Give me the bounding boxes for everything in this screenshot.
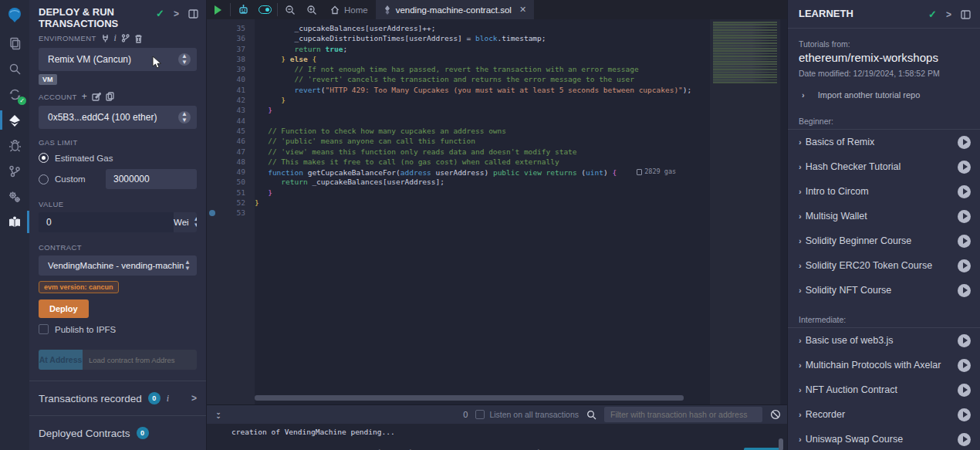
environment-select[interactable]: Remix VM (Cancun) ▲▼ [39,48,197,71]
tutorial-item-intro-to-circom[interactable]: ›Intro to Circom [788,179,980,204]
tutorial-item-recorder[interactable]: ›Recorder [788,402,980,427]
chevron-right-icon[interactable]: › [799,187,802,196]
code-line-35[interactable]: 35 _cupcakeBalances[userAddress]++; [207,23,787,33]
copy-account-icon[interactable] [106,92,114,101]
play-tutorial-icon[interactable] [958,284,971,297]
estimated-gas-option[interactable]: Estimated Gas [39,153,197,163]
tutorial-item-basic-use-of-web3-js[interactable]: ›Basic use of web3.js [788,328,980,353]
search-icon[interactable] [0,56,29,82]
code-line-52[interactable]: 52} [207,198,787,208]
code-line-38[interactable]: 38 } else { [207,54,787,64]
value-unit-select[interactable]: Wei ▲▼ [174,212,197,232]
debugger-icon[interactable] [0,133,29,158]
tutorial-item-basics-of-remix[interactable]: ›Basics of Remix [788,130,980,154]
code-line-39[interactable]: 39 // If not enough time has passed, rev… [207,64,787,74]
code-line-51[interactable]: 51 } [207,188,787,198]
edit-account-icon[interactable] [92,92,101,101]
terminal-search-icon[interactable] [586,410,596,420]
panel-expand-icon[interactable]: > [174,8,179,19]
code-line-43[interactable]: 43 } [207,105,787,115]
value-input[interactable] [39,212,174,232]
chevron-right-icon[interactable]: › [799,360,802,370]
chevron-right-icon[interactable]: › [799,385,802,394]
transactions-recorded-row[interactable]: Transactions recorded 0 i > [29,381,206,415]
at-address-button[interactable]: At Address [39,350,83,370]
tab-vending-machine-contract[interactable]: vending-machine-contract.sol ✕ [376,0,534,19]
chevron-right-icon[interactable]: › [799,236,802,245]
pin-panel-icon[interactable] [961,10,971,19]
plugin-manager-icon[interactable] [0,184,29,209]
custom-gas-option[interactable]: Custom [39,169,197,189]
transactions-expand-icon[interactable]: > [191,393,197,404]
publish-ipfs-checkbox[interactable] [39,324,49,334]
custom-gas-radio[interactable] [39,174,49,184]
tab-home[interactable]: Home [323,0,376,19]
chevron-right-icon[interactable]: › [799,211,802,221]
contract-select[interactable]: VendingMachine - vending-machin ▲▼ [39,255,197,276]
add-account-icon[interactable]: + [82,91,87,102]
import-tutorial-repo[interactable]: › Import another tutorial repo [788,78,980,104]
play-tutorial-icon[interactable] [958,334,971,347]
zoom-out-icon[interactable] [279,0,301,19]
zoom-in-icon[interactable] [301,0,323,19]
code-line-46[interactable]: 46 // 'public' means anyone can call thi… [207,136,787,146]
learneth-plugin-icon[interactable] [0,209,29,235]
terminal-filter-input[interactable] [604,407,762,422]
play-tutorial-icon[interactable] [958,136,971,149]
remix-logo[interactable] [0,0,29,31]
listen-checkbox[interactable] [475,410,485,419]
plug-icon[interactable] [101,34,110,42]
tutorial-item-nft-auction-contract[interactable]: ›NFT Auction Contract [788,377,980,402]
tutorial-item-hash-checker-tutorial[interactable]: ›Hash Checker Tutorial [788,154,980,179]
learneth-expand-icon[interactable]: > [946,9,951,20]
play-tutorial-icon[interactable] [958,384,971,397]
code-line-41[interactable]: 41 revert("HTTP 429: Too Many Cupcakes (… [207,85,787,95]
environment-info-icon[interactable]: i [114,32,117,44]
code-line-45[interactable]: 45 // Function to check how many cupcake… [207,126,787,136]
load-contract-address-input[interactable] [83,350,197,370]
play-tutorial-icon[interactable] [958,161,971,174]
deploy-run-icon[interactable] [0,107,29,133]
custom-gas-input[interactable] [106,169,197,189]
deploy-button[interactable]: Deploy [39,299,89,318]
chevron-right-icon[interactable]: › [799,162,802,171]
code-line-50[interactable]: 50 return _cupcakeBalances[userAddress]; [207,177,787,187]
code-line-53[interactable]: 53 [207,208,787,218]
code-line-44[interactable]: 44 [207,116,787,126]
code-line-36[interactable]: 36 _cupcakeDistributionTimes[userAddress… [207,33,787,43]
gas-estimate-hint[interactable]: 2829 gas [637,167,676,177]
terminal-output[interactable]: creation of VendingMachine pending... [v… [207,424,787,450]
play-tutorial-icon[interactable] [958,359,971,372]
play-tutorial-icon[interactable] [958,185,971,198]
source-control-icon[interactable] [0,158,29,184]
play-tutorial-icon[interactable] [958,210,971,223]
chevron-right-icon[interactable]: › [799,410,802,419]
play-tutorial-icon[interactable] [958,259,971,272]
transactions-info-icon[interactable]: i [167,393,169,404]
collapse-terminal-icon[interactable]: ⌄⌄ [213,411,224,418]
editor-horizontal-scrollbar[interactable] [255,395,684,401]
code-line-47[interactable]: 47 // 'view' means this function only re… [207,147,787,157]
account-select[interactable]: 0x5B3...eddC4 (100 ether) ▲▼ [39,106,197,129]
play-tutorial-icon[interactable] [958,408,971,421]
delete-environment-icon[interactable] [134,34,143,43]
terminal-scrollbar[interactable] [779,438,783,450]
run-script-button[interactable] [207,0,228,19]
code-line-49[interactable]: 49 function getCupcakeBalanceFor(address… [207,167,787,177]
chevron-right-icon[interactable]: › [799,261,802,270]
chevron-right-icon[interactable]: › [799,336,802,345]
chevron-right-icon[interactable]: › [799,137,802,147]
chevron-right-icon[interactable]: › [799,435,802,444]
play-tutorial-icon[interactable] [958,433,971,446]
tutorial-item-uniswap-swap-course[interactable]: ›Uniswap Swap Course [788,427,980,450]
code-line-48[interactable]: 48 // This makes it free to call (no gas… [207,157,787,167]
file-explorer-icon[interactable] [0,31,29,56]
chevron-right-icon[interactable]: › [799,286,802,295]
editor-vertical-scrollbar[interactable] [781,19,787,404]
code-line-40[interactable]: 40 // 'revert' cancels the transaction a… [207,74,787,84]
clear-terminal-icon[interactable] [770,409,781,420]
code-line-37[interactable]: 37 return true; [207,44,787,54]
fork-environment-icon[interactable] [121,34,130,42]
tutorial-item-solidity-erc20-token-course[interactable]: ›Solidity ERC20 Token Course [788,253,980,278]
listen-all-transactions-option[interactable]: Listen on all transactions [475,410,579,419]
